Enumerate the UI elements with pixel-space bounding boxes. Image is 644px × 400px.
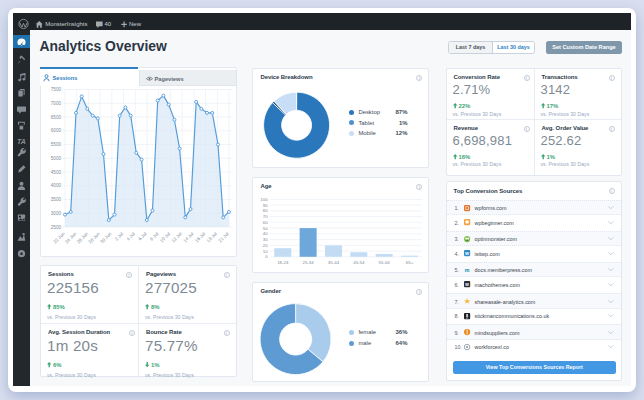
svg-text:18-24: 18-24 — [278, 260, 290, 265]
svg-text:5500: 5500 — [51, 142, 62, 147]
svg-text:MonsterInsights: MonsterInsights — [45, 21, 87, 27]
svg-text:45-54: 45-54 — [354, 260, 366, 265]
svg-text:40: 40 — [263, 232, 268, 237]
svg-text:5000: 5000 — [51, 156, 62, 161]
svg-text:TA: TA — [17, 138, 26, 145]
svg-text:m: m — [465, 267, 470, 273]
svg-text:30: 30 — [263, 237, 268, 242]
svg-text:35-44: 35-44 — [328, 260, 340, 265]
svg-text:6 Jul: 6 Jul — [137, 231, 147, 241]
svg-text:50: 50 — [263, 226, 268, 231]
svg-text:28 Jun: 28 Jun — [88, 231, 102, 245]
svg-text:6500: 6500 — [51, 115, 62, 120]
svg-text:18 Jul: 18 Jul — [206, 231, 218, 243]
svg-text:4000: 4000 — [51, 183, 62, 188]
svg-text:7500: 7500 — [51, 87, 62, 92]
svg-text:New: New — [129, 21, 142, 27]
svg-text:60: 60 — [263, 220, 268, 225]
svg-text:21 Jul: 21 Jul — [217, 231, 229, 243]
svg-text:4500: 4500 — [51, 170, 62, 175]
svg-text:26 Jun: 26 Jun — [76, 231, 90, 245]
svg-text:6000: 6000 — [51, 128, 62, 133]
svg-text:25-34: 25-34 — [303, 260, 315, 265]
svg-text:65+: 65+ — [406, 260, 414, 265]
svg-text:2 Jul: 2 Jul — [114, 231, 124, 241]
svg-text:100: 100 — [261, 197, 269, 202]
svg-text:90: 90 — [263, 203, 268, 208]
svg-text:4 Jul: 4 Jul — [126, 231, 136, 241]
svg-text:7000: 7000 — [51, 101, 62, 106]
svg-text:3500: 3500 — [51, 197, 62, 202]
svg-text:20: 20 — [263, 243, 268, 248]
svg-text:70: 70 — [263, 214, 268, 219]
svg-text:12 Jul: 12 Jul — [171, 231, 183, 243]
svg-text:M: M — [465, 282, 469, 287]
svg-text:30 Jun: 30 Jun — [99, 231, 113, 245]
svg-text:22 Jun: 22 Jun — [52, 231, 66, 245]
svg-text:2500: 2500 — [51, 225, 62, 230]
svg-text:16 Jul: 16 Jul — [194, 231, 206, 243]
svg-text:80: 80 — [263, 209, 268, 214]
svg-text:3000: 3000 — [51, 211, 62, 216]
svg-text:14 Jul: 14 Jul — [182, 231, 194, 243]
svg-text:55-64: 55-64 — [379, 260, 391, 265]
svg-text:24 Jun: 24 Jun — [64, 231, 78, 245]
svg-text:10 Jul: 10 Jul — [159, 231, 171, 243]
svg-text:40: 40 — [105, 21, 112, 27]
svg-text:10: 10 — [263, 249, 268, 254]
svg-text:0: 0 — [266, 254, 269, 259]
